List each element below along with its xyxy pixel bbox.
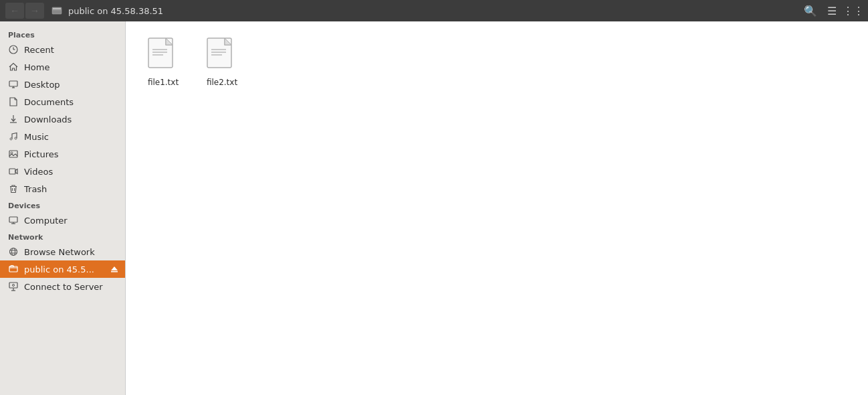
sidebar-item-recent[interactable]: Recent <box>0 41 125 58</box>
sidebar-item-computer[interactable]: Computer <box>0 212 125 229</box>
svg-rect-27 <box>111 271 118 272</box>
file-area: file1.txt file2.txt <box>126 21 868 395</box>
svg-point-11 <box>10 138 12 140</box>
videos-icon <box>8 166 19 177</box>
svg-rect-28 <box>9 283 17 288</box>
sidebar-item-videos[interactable]: Videos <box>0 163 125 180</box>
svg-rect-1 <box>53 8 61 9</box>
sidebar-item-trash[interactable]: Trash <box>0 180 125 198</box>
svg-rect-18 <box>9 217 17 222</box>
file2-icon <box>206 37 238 75</box>
search-button[interactable]: 🔍 <box>801 3 820 19</box>
svg-point-21 <box>10 248 17 256</box>
svg-rect-13 <box>9 151 17 157</box>
sidebar-item-public-label: public on 45.5... <box>24 264 104 274</box>
desktop-icon <box>8 79 19 90</box>
sidebar-item-browse-network[interactable]: Browse Network <box>0 243 125 260</box>
sidebar: Places Recent Home <box>0 21 126 395</box>
sidebar-item-connect-label: Connect to Server <box>24 282 120 292</box>
connect-to-server-icon <box>8 281 19 292</box>
trash-icon <box>8 183 19 194</box>
computer-icon <box>8 215 19 226</box>
sidebar-item-desktop-label: Desktop <box>24 80 120 90</box>
file-item-file1[interactable]: file1.txt <box>136 32 190 92</box>
window-title: public on 45.58.38.51 <box>68 6 801 16</box>
sidebar-item-downloads[interactable]: Downloads <box>0 110 125 128</box>
sidebar-item-home-label: Home <box>24 62 120 72</box>
sidebar-item-desktop[interactable]: Desktop <box>0 76 125 93</box>
sidebar-item-computer-label: Computer <box>24 216 120 226</box>
sidebar-item-music[interactable]: Music <box>0 128 125 145</box>
nav-arrows: ← → <box>5 3 45 19</box>
home-icon <box>8 62 19 72</box>
sidebar-section-places: Places <box>0 27 125 41</box>
documents-icon <box>8 96 19 107</box>
file-item-file2[interactable]: file2.txt <box>195 32 249 92</box>
window-icon <box>51 5 63 17</box>
svg-point-12 <box>15 137 17 139</box>
recent-icon <box>8 44 19 55</box>
svg-rect-6 <box>9 81 17 86</box>
svg-point-29 <box>13 285 15 287</box>
svg-point-22 <box>12 248 15 256</box>
sidebar-section-devices: Devices <box>0 198 125 212</box>
svg-marker-26 <box>111 266 118 270</box>
file1-name: file1.txt <box>148 78 179 87</box>
public-folder-icon <box>8 264 19 274</box>
titlebar: ← → public on 45.58.38.51 🔍 ☰ ⋮⋮ <box>0 0 868 21</box>
sidebar-section-network: Network <box>0 229 125 243</box>
sidebar-item-browse-network-label: Browse Network <box>24 247 120 257</box>
sidebar-item-documents[interactable]: Documents <box>0 93 125 110</box>
file2-name: file2.txt <box>207 78 237 87</box>
pictures-icon <box>8 149 19 159</box>
sidebar-item-documents-label: Documents <box>24 97 120 107</box>
music-icon <box>8 131 19 142</box>
downloads-icon <box>8 114 19 125</box>
sidebar-item-public[interactable]: public on 45.5... <box>0 260 125 278</box>
sidebar-item-connect-to-server[interactable]: Connect to Server <box>0 278 125 295</box>
file1-icon <box>147 37 179 75</box>
grid-button[interactable]: ⋮⋮ <box>844 3 863 19</box>
titlebar-actions: 🔍 ☰ ⋮⋮ <box>801 3 863 19</box>
back-button[interactable]: ← <box>5 3 24 19</box>
sidebar-item-home[interactable]: Home <box>0 58 125 76</box>
menu-button[interactable]: ☰ <box>823 3 841 19</box>
sidebar-item-pictures-label: Pictures <box>24 149 120 159</box>
browse-network-icon <box>8 246 19 257</box>
sidebar-item-videos-label: Videos <box>24 167 120 177</box>
sidebar-item-downloads-label: Downloads <box>24 114 120 125</box>
sidebar-item-music-label: Music <box>24 132 120 142</box>
sidebar-item-trash-label: Trash <box>24 184 120 194</box>
svg-rect-15 <box>9 169 15 174</box>
sidebar-item-recent-label: Recent <box>24 45 120 55</box>
main-container: Places Recent Home <box>0 21 868 395</box>
file-grid: file1.txt file2.txt <box>136 32 857 92</box>
eject-button[interactable] <box>109 264 120 274</box>
forward-button[interactable]: → <box>25 3 44 19</box>
svg-rect-25 <box>9 266 17 272</box>
sidebar-item-pictures[interactable]: Pictures <box>0 145 125 163</box>
